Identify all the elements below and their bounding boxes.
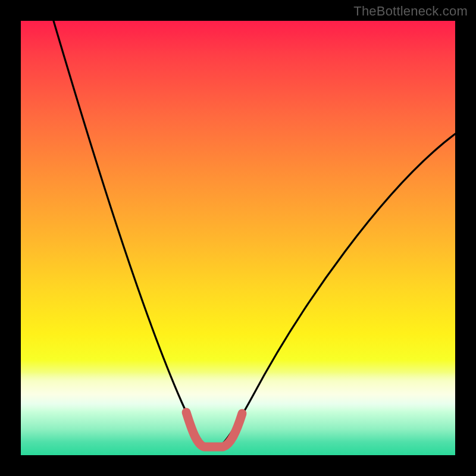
watermark-text: TheBottleneck.com — [353, 4, 468, 19]
optimal-range-highlight — [186, 412, 242, 447]
chart-plot-area — [21, 21, 455, 455]
chart-svg — [21, 21, 455, 455]
viewport-frame: TheBottleneck.com — [0, 0, 476, 476]
bottleneck-curve — [54, 21, 455, 444]
